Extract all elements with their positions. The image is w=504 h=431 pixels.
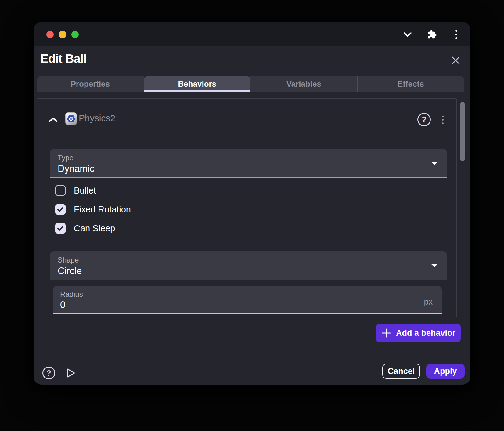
puzzle-piece-icon xyxy=(427,30,437,39)
atom-icon xyxy=(66,114,76,124)
preview-button[interactable] xyxy=(65,367,77,379)
play-icon xyxy=(66,368,76,378)
tab-strip: Properties Behaviors Variables Effects xyxy=(37,76,464,92)
traffic-lights xyxy=(46,31,79,38)
dropdown-arrow-icon xyxy=(431,162,438,165)
question-mark-icon: ? xyxy=(46,369,51,378)
tab-label: Properties xyxy=(70,79,110,89)
shape-label: Shape xyxy=(58,256,79,264)
add-behavior-button[interactable]: Add a behavior xyxy=(376,324,461,342)
apply-label: Apply xyxy=(434,367,457,376)
checkbox-row-fixed-rotation[interactable]: Fixed Rotation xyxy=(52,203,131,216)
tab-behaviors[interactable]: Behaviors xyxy=(144,76,251,92)
traffic-light-minimize[interactable] xyxy=(59,31,66,38)
tab-label: Behaviors xyxy=(178,79,216,89)
kebab-menu-icon xyxy=(455,30,457,32)
kebab-menu-icon xyxy=(442,116,444,117)
collapse-behavior-button[interactable] xyxy=(48,115,58,124)
traffic-light-close[interactable] xyxy=(46,31,54,38)
collapse-window-button[interactable] xyxy=(402,29,413,40)
checkbox-label: Fixed Rotation xyxy=(74,205,131,215)
traffic-light-zoom[interactable] xyxy=(71,31,79,38)
extensions-button[interactable] xyxy=(427,29,437,40)
behavior-options-button[interactable] xyxy=(438,114,447,126)
cancel-label: Cancel xyxy=(388,367,415,376)
browser-menu-button[interactable] xyxy=(451,29,462,40)
type-value: Dynamic xyxy=(58,163,95,174)
checkbox-row-bullet[interactable]: Bullet xyxy=(52,184,131,197)
physics-behavior-badge xyxy=(65,112,77,125)
checkbox-label: Can Sleep xyxy=(74,223,115,234)
apply-button[interactable]: Apply xyxy=(426,364,465,379)
dropdown-arrow-icon xyxy=(431,264,438,267)
shape-select[interactable]: Shape Circle xyxy=(50,251,447,280)
close-dialog-button[interactable] xyxy=(450,55,461,66)
cancel-button[interactable]: Cancel xyxy=(382,364,420,379)
radius-label: Radius xyxy=(60,290,83,299)
checkmark-icon xyxy=(56,224,64,232)
type-label: Type xyxy=(58,154,74,162)
checkbox-label: Bullet xyxy=(74,186,96,196)
close-icon xyxy=(452,56,460,65)
checkbox-row-can-sleep[interactable]: Can Sleep xyxy=(52,222,131,235)
dialog-help-button[interactable]: ? xyxy=(42,367,55,379)
tab-label: Variables xyxy=(286,79,321,89)
window-titlebar xyxy=(34,22,470,46)
radius-input[interactable]: Radius 0 px xyxy=(53,286,442,314)
tab-variables[interactable]: Variables xyxy=(250,76,358,92)
tab-effects[interactable]: Effects xyxy=(358,76,464,92)
chevron-up-icon xyxy=(49,117,58,123)
add-behavior-label: Add a behavior xyxy=(396,328,455,338)
type-select[interactable]: Type Dynamic xyxy=(50,149,447,178)
checkbox xyxy=(55,185,66,196)
checkbox-group: Bullet Fixed Rotation Can Sleep xyxy=(52,184,131,235)
behavior-name-field[interactable]: Physics2 xyxy=(79,113,389,125)
checkbox xyxy=(55,204,66,215)
dialog-title: Edit Ball xyxy=(40,52,86,66)
plus-icon xyxy=(381,328,391,338)
checkbox xyxy=(55,223,66,234)
radius-unit: px xyxy=(424,297,433,307)
tab-properties[interactable]: Properties xyxy=(37,76,144,92)
behavior-help-button[interactable]: ? xyxy=(417,113,431,126)
edit-behavior-dialog-window: Edit Ball Properties Behaviors Variables… xyxy=(34,22,470,385)
tab-label: Effects xyxy=(398,79,424,89)
question-mark-icon: ? xyxy=(422,115,427,125)
checkmark-icon xyxy=(56,205,64,213)
active-tab-underline xyxy=(144,90,251,92)
scrollbar-thumb[interactable] xyxy=(460,102,465,161)
chevron-down-icon xyxy=(403,32,412,37)
radius-value: 0 xyxy=(60,299,65,310)
shape-value: Circle xyxy=(58,266,82,277)
